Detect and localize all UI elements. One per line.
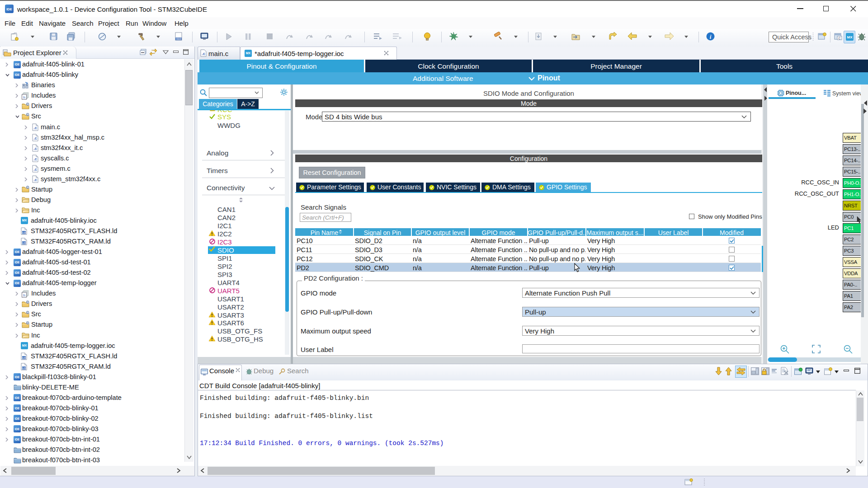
svg-text:.c: .c bbox=[33, 167, 37, 172]
svg-text:LD: LD bbox=[22, 242, 25, 244]
svg-text:.c: .c bbox=[33, 126, 37, 130]
svg-text:C: C bbox=[27, 301, 28, 304]
svg-text:.c: .c bbox=[202, 52, 205, 56]
svg-text:C: C bbox=[27, 186, 28, 189]
svg-text:C: C bbox=[838, 37, 840, 40]
svg-text:.c: .c bbox=[33, 136, 37, 141]
svg-text:h: h bbox=[23, 293, 25, 297]
svg-text:.c: .c bbox=[33, 157, 37, 161]
svg-text:C: C bbox=[27, 113, 28, 116]
svg-text:LD: LD bbox=[22, 367, 25, 370]
svg-text:LD: LD bbox=[22, 357, 25, 359]
svg-text:010: 010 bbox=[176, 38, 181, 40]
svg-text:C: C bbox=[27, 103, 28, 106]
svg-text:h: h bbox=[23, 95, 25, 99]
svg-text:.c: .c bbox=[33, 178, 37, 182]
svg-text:LD: LD bbox=[22, 231, 25, 234]
svg-text:C: C bbox=[27, 322, 28, 324]
svg-text:i: i bbox=[710, 33, 712, 40]
svg-text:C: C bbox=[27, 311, 28, 314]
svg-text:.c: .c bbox=[33, 146, 37, 151]
